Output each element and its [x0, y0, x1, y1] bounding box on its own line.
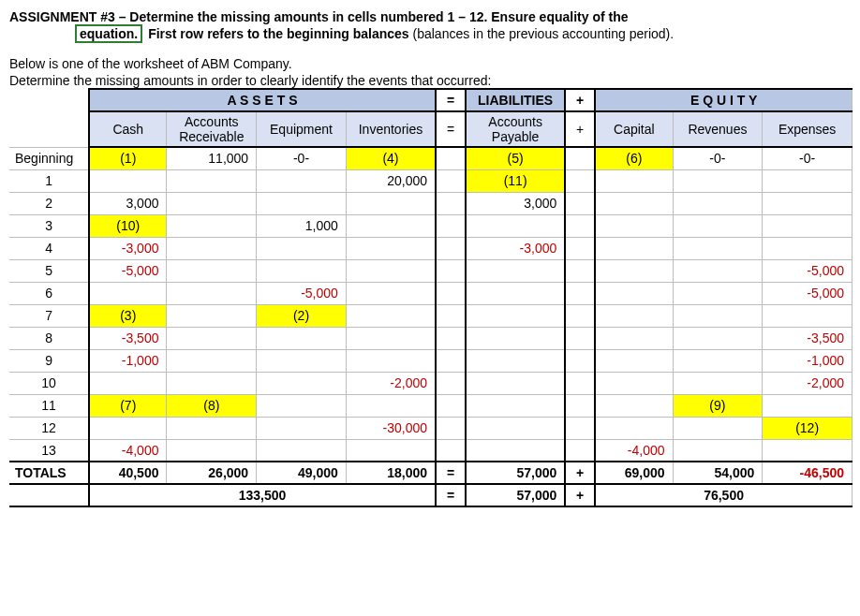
- cell-ap: (11): [466, 169, 565, 192]
- cell-cash: [89, 169, 167, 192]
- cell-inv: [346, 237, 436, 259]
- cell-rev: [673, 372, 763, 394]
- cell-rev: [673, 282, 763, 304]
- plus-col: [565, 237, 595, 259]
- row-label: 2: [9, 192, 89, 214]
- cell-exp: (12): [763, 417, 853, 439]
- cell-equip: [257, 237, 347, 259]
- grand-assets: 133,500: [89, 484, 436, 506]
- cell-exp: -5,000: [763, 259, 853, 282]
- cell-inv: [346, 259, 436, 282]
- cell-cap: [595, 417, 673, 439]
- row-label: 12: [9, 417, 89, 439]
- cell-ap: [466, 304, 565, 327]
- hdr-rev: Revenues: [673, 111, 763, 147]
- cell-rev: -0-: [673, 147, 763, 169]
- title-line2-bold: First row refers to the beginning balanc…: [148, 26, 409, 41]
- totals-cap: 69,000: [595, 462, 673, 484]
- cell-rev: [673, 259, 763, 282]
- eq-col: [436, 192, 466, 214]
- cell-equip: -5,000: [257, 282, 347, 304]
- cell-ap: (5): [466, 147, 565, 169]
- cell-rev: [673, 439, 763, 462]
- row-label: Beginning: [9, 147, 89, 169]
- cell-rev: [673, 349, 763, 372]
- cell-rev: [673, 214, 763, 237]
- cell-exp: -2,000: [763, 372, 853, 394]
- cell-ar: [167, 169, 257, 192]
- totals-cash: 40,500: [89, 462, 167, 484]
- cell-equip: [257, 417, 347, 439]
- cell-inv: [346, 439, 436, 462]
- cell-ap: [466, 214, 565, 237]
- eq-col: [436, 349, 466, 372]
- cell-cash: -4,000: [89, 439, 167, 462]
- plus-col: [565, 372, 595, 394]
- eq-col: [436, 417, 466, 439]
- plus-col: [565, 214, 595, 237]
- row-label: 5: [9, 259, 89, 282]
- cell-ar: [167, 304, 257, 327]
- cell-ar: [167, 372, 257, 394]
- hdr-eq2: =: [436, 111, 466, 147]
- row-label: 3: [9, 214, 89, 237]
- eq-col: [436, 327, 466, 349]
- cell-equip: (2): [257, 304, 347, 327]
- grand-eq: =: [436, 484, 466, 506]
- totals-exp: -46,500: [763, 462, 853, 484]
- hdr-exp: Expenses: [763, 111, 853, 147]
- cell-exp: [763, 439, 853, 462]
- cell-equip: -0-: [257, 147, 347, 169]
- cell-exp: [763, 169, 853, 192]
- cell-inv: [346, 304, 436, 327]
- cell-exp: [763, 192, 853, 214]
- cell-rev: [673, 237, 763, 259]
- plus-col: [565, 304, 595, 327]
- cell-inv: [346, 349, 436, 372]
- cell-exp: -3,500: [763, 327, 853, 349]
- cell-ar: [167, 349, 257, 372]
- worksheet-table: A S S E T S = LIABILITIES + E Q U I T Y …: [9, 88, 853, 507]
- cell-cash: 3,000: [89, 192, 167, 214]
- cell-cash: (3): [89, 304, 167, 327]
- cell-inv: [346, 192, 436, 214]
- cell-cash: -3,500: [89, 327, 167, 349]
- cell-cash: [89, 372, 167, 394]
- cell-ar: 11,000: [167, 147, 257, 169]
- cell-inv: -30,000: [346, 417, 436, 439]
- cell-ar: [167, 417, 257, 439]
- cell-cap: -4,000: [595, 439, 673, 462]
- plus-col: [565, 192, 595, 214]
- totals-equip: 49,000: [257, 462, 347, 484]
- eq-col: [436, 439, 466, 462]
- cell-ap: [466, 439, 565, 462]
- totals-ar: 26,000: [167, 462, 257, 484]
- eq-col: [436, 147, 466, 169]
- cell-ap: [466, 259, 565, 282]
- plus-col: [565, 349, 595, 372]
- hdr-assets: A S S E T S: [89, 89, 436, 111]
- cell-exp: -1,000: [763, 349, 853, 372]
- cell-cap: [595, 372, 673, 394]
- row-label: 11: [9, 394, 89, 417]
- cell-ap: [466, 394, 565, 417]
- hdr-cap: Capital: [595, 111, 673, 147]
- cell-rev: [673, 327, 763, 349]
- cell-inv: [346, 214, 436, 237]
- cell-rev: [673, 304, 763, 327]
- cell-cap: [595, 214, 673, 237]
- totals-inv: 18,000: [346, 462, 436, 484]
- eq-col: [436, 237, 466, 259]
- cell-cash: -5,000: [89, 259, 167, 282]
- row-label: 6: [9, 282, 89, 304]
- title-line2-rest: (balances in the previous accounting per…: [409, 26, 675, 41]
- plus-col: [565, 259, 595, 282]
- cell-exp: [763, 394, 853, 417]
- cell-exp: [763, 304, 853, 327]
- totals-eq: =: [436, 462, 466, 484]
- cell-rev: [673, 417, 763, 439]
- cell-equip: [257, 349, 347, 372]
- cell-ar: [167, 282, 257, 304]
- cell-rev: [673, 192, 763, 214]
- cell-ap: [466, 327, 565, 349]
